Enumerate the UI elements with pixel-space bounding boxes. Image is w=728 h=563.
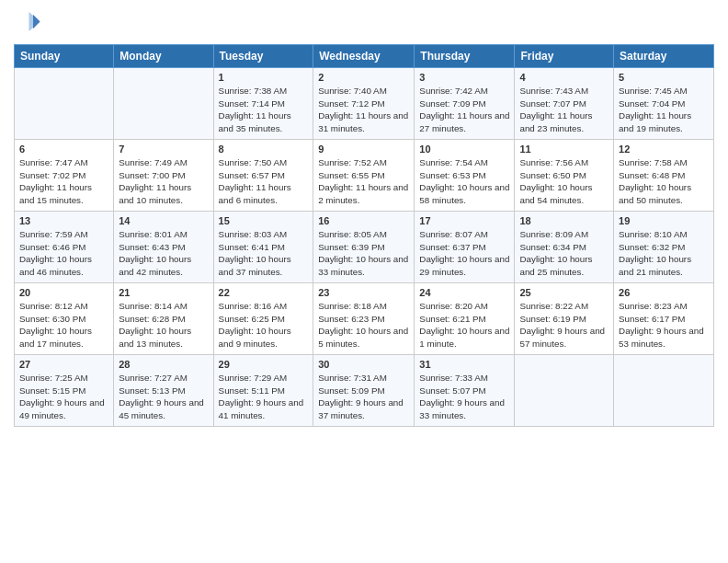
day-header-wednesday: Wednesday [313, 45, 415, 68]
day-number: 30 [318, 359, 409, 370]
cell-content: Sunrise: 8:20 AM Sunset: 6:21 PM Dayligh… [419, 300, 509, 350]
cell-content: Sunrise: 7:25 AM Sunset: 5:15 PM Dayligh… [19, 372, 108, 422]
day-number: 13 [19, 215, 108, 226]
cell-content: Sunrise: 7:29 AM Sunset: 5:11 PM Dayligh… [219, 372, 309, 422]
calendar-cell: 1Sunrise: 7:38 AM Sunset: 7:14 PM Daylig… [213, 68, 313, 140]
page: SundayMondayTuesdayWednesdayThursdayFrid… [0, 0, 728, 563]
cell-content: Sunrise: 7:47 AM Sunset: 7:02 PM Dayligh… [19, 156, 108, 207]
cell-content: Sunrise: 8:10 AM Sunset: 6:32 PM Dayligh… [619, 228, 709, 279]
calendar-table: SundayMondayTuesdayWednesdayThursdayFrid… [14, 44, 714, 427]
week-row-5: 27Sunrise: 7:25 AM Sunset: 5:15 PM Dayli… [15, 355, 714, 427]
day-number: 6 [19, 144, 108, 155]
days-header-row: SundayMondayTuesdayWednesdayThursdayFrid… [15, 45, 714, 68]
cell-content: Sunrise: 7:43 AM Sunset: 7:07 PM Dayligh… [519, 85, 609, 135]
header [14, 9, 714, 37]
calendar-cell: 2Sunrise: 7:40 AM Sunset: 7:12 PM Daylig… [313, 68, 415, 140]
day-number: 8 [219, 144, 309, 155]
calendar-cell: 8Sunrise: 7:50 AM Sunset: 6:57 PM Daylig… [213, 140, 313, 212]
cell-content: Sunrise: 7:54 AM Sunset: 6:53 PM Dayligh… [419, 156, 509, 207]
calendar-cell: 15Sunrise: 8:03 AM Sunset: 6:41 PM Dayli… [213, 212, 313, 283]
calendar-cell: 21Sunrise: 8:14 AM Sunset: 6:28 PM Dayli… [114, 283, 213, 355]
week-row-1: 1Sunrise: 7:38 AM Sunset: 7:14 PM Daylig… [15, 68, 714, 140]
calendar-cell [614, 355, 714, 427]
calendar-cell [15, 68, 114, 140]
calendar-body: 1Sunrise: 7:38 AM Sunset: 7:14 PM Daylig… [15, 68, 714, 427]
day-number: 5 [619, 72, 709, 83]
calendar-cell: 18Sunrise: 8:09 AM Sunset: 6:34 PM Dayli… [515, 212, 614, 283]
calendar-cell [114, 68, 213, 140]
week-row-3: 13Sunrise: 7:59 AM Sunset: 6:46 PM Dayli… [15, 212, 714, 283]
calendar-cell: 5Sunrise: 7:45 AM Sunset: 7:04 PM Daylig… [614, 68, 714, 140]
logo [14, 9, 45, 37]
cell-content: Sunrise: 8:22 AM Sunset: 6:19 PM Dayligh… [519, 300, 609, 350]
calendar-cell: 20Sunrise: 8:12 AM Sunset: 6:30 PM Dayli… [15, 283, 114, 355]
day-number: 20 [19, 287, 108, 298]
cell-content: Sunrise: 7:45 AM Sunset: 7:04 PM Dayligh… [619, 85, 709, 135]
cell-content: Sunrise: 7:59 AM Sunset: 6:46 PM Dayligh… [19, 228, 108, 279]
cell-content: Sunrise: 7:38 AM Sunset: 7:14 PM Dayligh… [219, 85, 309, 135]
calendar-cell: 22Sunrise: 8:16 AM Sunset: 6:25 PM Dayli… [213, 283, 313, 355]
calendar-cell: 14Sunrise: 8:01 AM Sunset: 6:43 PM Dayli… [114, 212, 213, 283]
cell-content: Sunrise: 7:31 AM Sunset: 5:09 PM Dayligh… [318, 372, 409, 422]
calendar-cell [515, 355, 614, 427]
day-header-monday: Monday [114, 45, 213, 68]
day-number: 15 [219, 215, 309, 226]
calendar-cell: 28Sunrise: 7:27 AM Sunset: 5:13 PM Dayli… [114, 355, 213, 427]
day-number: 28 [119, 359, 208, 370]
cell-content: Sunrise: 8:23 AM Sunset: 6:17 PM Dayligh… [619, 300, 709, 350]
cell-content: Sunrise: 7:58 AM Sunset: 6:48 PM Dayligh… [619, 156, 709, 207]
calendar-cell: 7Sunrise: 7:49 AM Sunset: 7:00 PM Daylig… [114, 140, 213, 212]
calendar-cell: 31Sunrise: 7:33 AM Sunset: 5:07 PM Dayli… [415, 355, 515, 427]
day-number: 17 [419, 215, 509, 226]
day-number: 4 [519, 72, 609, 83]
day-number: 1 [219, 72, 309, 83]
calendar-cell: 30Sunrise: 7:31 AM Sunset: 5:09 PM Dayli… [313, 355, 415, 427]
calendar-cell: 17Sunrise: 8:07 AM Sunset: 6:37 PM Dayli… [415, 212, 515, 283]
cell-content: Sunrise: 7:33 AM Sunset: 5:07 PM Dayligh… [419, 372, 509, 422]
day-number: 7 [119, 144, 208, 155]
day-number: 21 [119, 287, 208, 298]
calendar-cell: 24Sunrise: 8:20 AM Sunset: 6:21 PM Dayli… [415, 283, 515, 355]
cell-content: Sunrise: 7:56 AM Sunset: 6:50 PM Dayligh… [519, 156, 609, 207]
cell-content: Sunrise: 8:03 AM Sunset: 6:41 PM Dayligh… [219, 228, 309, 279]
day-number: 23 [318, 287, 409, 298]
day-number: 27 [19, 359, 108, 370]
day-number: 24 [419, 287, 509, 298]
cell-content: Sunrise: 8:16 AM Sunset: 6:25 PM Dayligh… [219, 300, 309, 350]
day-header-saturday: Saturday [614, 45, 714, 68]
calendar-cell: 16Sunrise: 8:05 AM Sunset: 6:39 PM Dayli… [313, 212, 415, 283]
calendar-cell: 25Sunrise: 8:22 AM Sunset: 6:19 PM Dayli… [515, 283, 614, 355]
cell-content: Sunrise: 8:01 AM Sunset: 6:43 PM Dayligh… [119, 228, 208, 279]
cell-content: Sunrise: 7:52 AM Sunset: 6:55 PM Dayligh… [318, 156, 409, 207]
day-header-thursday: Thursday [415, 45, 515, 68]
cell-content: Sunrise: 8:12 AM Sunset: 6:30 PM Dayligh… [19, 300, 108, 350]
week-row-4: 20Sunrise: 8:12 AM Sunset: 6:30 PM Dayli… [15, 283, 714, 355]
svg-marker-1 [29, 12, 40, 31]
calendar-cell: 12Sunrise: 7:58 AM Sunset: 6:48 PM Dayli… [614, 140, 714, 212]
day-number: 3 [419, 72, 509, 83]
cell-content: Sunrise: 8:09 AM Sunset: 6:34 PM Dayligh… [519, 228, 609, 279]
calendar-cell: 27Sunrise: 7:25 AM Sunset: 5:15 PM Dayli… [15, 355, 114, 427]
day-number: 14 [119, 215, 208, 226]
cell-content: Sunrise: 8:14 AM Sunset: 6:28 PM Dayligh… [119, 300, 208, 350]
day-number: 16 [318, 215, 409, 226]
day-number: 18 [519, 215, 609, 226]
cell-content: Sunrise: 8:18 AM Sunset: 6:23 PM Dayligh… [318, 300, 409, 350]
day-header-sunday: Sunday [15, 45, 114, 68]
week-row-2: 6Sunrise: 7:47 AM Sunset: 7:02 PM Daylig… [15, 140, 714, 212]
calendar-cell: 13Sunrise: 7:59 AM Sunset: 6:46 PM Dayli… [15, 212, 114, 283]
day-number: 2 [318, 72, 409, 83]
calendar-cell: 6Sunrise: 7:47 AM Sunset: 7:02 PM Daylig… [15, 140, 114, 212]
cell-content: Sunrise: 7:42 AM Sunset: 7:09 PM Dayligh… [419, 85, 509, 135]
cell-content: Sunrise: 7:50 AM Sunset: 6:57 PM Dayligh… [219, 156, 309, 207]
day-number: 19 [619, 215, 709, 226]
day-header-friday: Friday [515, 45, 614, 68]
day-header-tuesday: Tuesday [213, 45, 313, 68]
cell-content: Sunrise: 7:27 AM Sunset: 5:13 PM Dayligh… [119, 372, 208, 422]
calendar-cell: 26Sunrise: 8:23 AM Sunset: 6:17 PM Dayli… [614, 283, 714, 355]
cell-content: Sunrise: 7:49 AM Sunset: 7:00 PM Dayligh… [119, 156, 208, 207]
calendar-cell: 4Sunrise: 7:43 AM Sunset: 7:07 PM Daylig… [515, 68, 614, 140]
calendar-cell: 29Sunrise: 7:29 AM Sunset: 5:11 PM Dayli… [213, 355, 313, 427]
day-number: 22 [219, 287, 309, 298]
cell-content: Sunrise: 8:07 AM Sunset: 6:37 PM Dayligh… [419, 228, 509, 279]
